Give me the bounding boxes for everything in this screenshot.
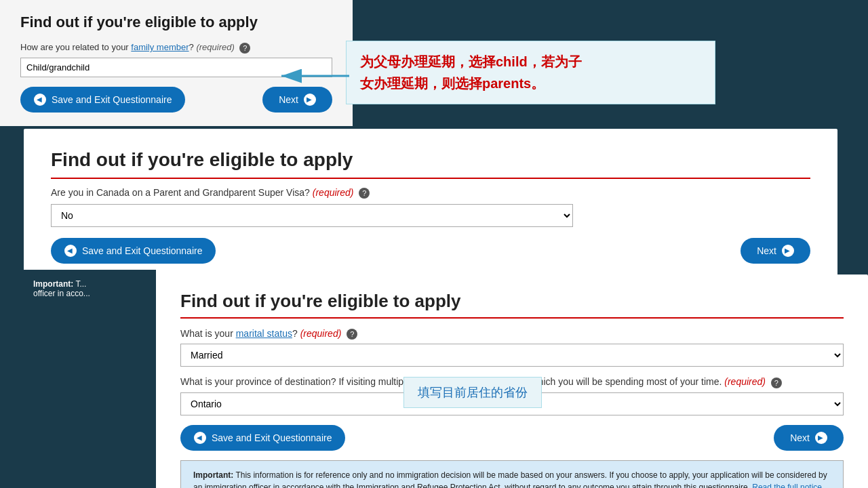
section2-title: Find out if you're eligible to apply <box>51 149 810 179</box>
section1-next-button[interactable]: Next <box>262 87 332 113</box>
super-visa-select[interactable]: No Yes <box>51 204 573 227</box>
section3-help-icon-2[interactable]: ? <box>771 378 782 388</box>
marital-status-link[interactable]: marital status <box>236 328 292 339</box>
section1-help-icon[interactable]: ? <box>239 43 250 54</box>
left-important-bar: Important: T...officer in acco... <box>24 270 156 338</box>
section2-field-label: Are you in Canada on a Parent and Grandp… <box>51 187 810 199</box>
section2-btn-row: Save and Exit Questionnaire Next <box>51 238 810 264</box>
marital-status-select[interactable]: Married Single Divorced Widowed Common-l… <box>180 344 844 367</box>
next-arrow-icon-2 <box>782 245 794 257</box>
section1-btn-row: Save and Exit Questionnaire Next <box>20 87 332 113</box>
section3-title: Find out if you're eligible to apply <box>180 291 844 319</box>
section2-card: Find out if you're eligible to apply Are… <box>24 129 837 277</box>
full-notice-link[interactable]: Read the full notice <box>752 483 822 488</box>
section3-save-button[interactable]: Save and Exit Questionnaire <box>180 425 345 451</box>
province-tooltip: 填写目前居住的省份 <box>403 377 542 408</box>
section1-title: Find out if you're eligible to apply <box>20 14 332 31</box>
back-arrow-icon <box>34 94 46 106</box>
back-arrow-icon-3 <box>194 432 206 444</box>
section1-card: Find out if you're eligible to apply How… <box>0 0 353 126</box>
next-arrow-icon-3 <box>815 432 827 444</box>
section2-help-icon[interactable]: ? <box>359 188 370 199</box>
section2-save-button[interactable]: Save and Exit Questionnaire <box>51 238 216 264</box>
back-arrow-icon-2 <box>64 245 77 257</box>
arrow-annotation-icon <box>275 66 356 89</box>
section1-save-button[interactable]: Save and Exit Questionnaire <box>20 87 185 113</box>
section1-field-label: How are you related to your family membe… <box>20 42 332 54</box>
annotation-box-1: 为父母办理延期，选择child，若为子女办理延期，则选择parents。 <box>346 41 715 104</box>
section3-field1-label: What is your marital status? (required) … <box>180 328 844 340</box>
section2-next-button[interactable]: Next <box>741 238 810 264</box>
family-member-link[interactable]: family member <box>131 42 189 52</box>
important-notice: Important: This information is for refer… <box>180 460 844 488</box>
section3-help-icon-1[interactable]: ? <box>347 329 357 340</box>
section3-btn-row: Save and Exit Questionnaire Next <box>180 425 844 451</box>
section3-next-button[interactable]: Next <box>774 425 844 451</box>
next-arrow-icon <box>304 94 316 106</box>
